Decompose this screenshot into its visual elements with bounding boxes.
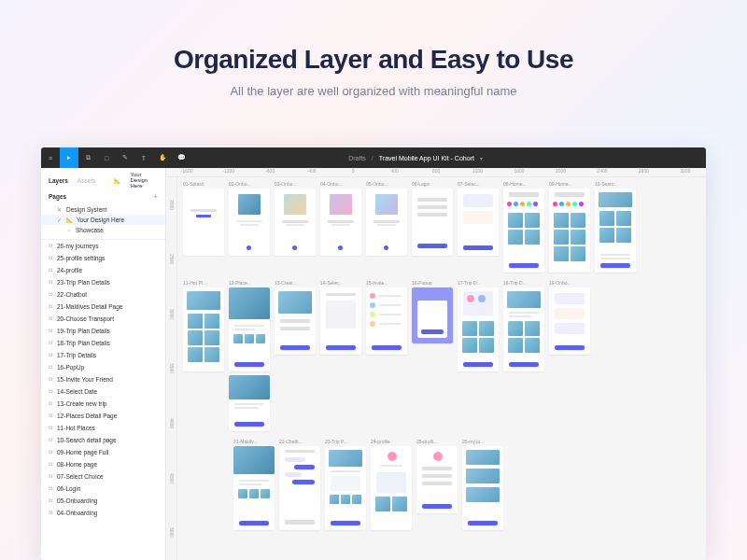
shape-tool-icon[interactable]: □ <box>97 147 116 168</box>
frame-icon: ⧉ <box>49 473 52 480</box>
frame-icon: ⧉ <box>49 267 52 273</box>
frame-icon: ⧉ <box>49 485 52 492</box>
layer-item[interactable]: ⧉16-PopUp <box>41 361 165 373</box>
hand-tool-icon[interactable]: ✋ <box>153 147 172 168</box>
artboard[interactable]: 15-Invite... <box>366 280 407 431</box>
tab-assets[interactable]: Assets <box>78 177 96 184</box>
move-tool-icon[interactable]: ▸ <box>60 147 78 168</box>
layer-item[interactable]: ⧉08-Home page <box>41 458 165 470</box>
layer-item[interactable]: ⧉20-Choose Transport <box>41 313 165 325</box>
artboard[interactable]: 24-profile <box>371 439 412 530</box>
layer-item[interactable]: ⧉23-Trip Plan Details <box>41 276 165 288</box>
layer-item[interactable]: ⧉18-Trip Plan Details <box>41 337 165 349</box>
comment-tool-icon[interactable]: 💬 <box>172 147 190 168</box>
artboard[interactable]: 11-Hot Pl... <box>183 280 224 431</box>
artboard[interactable]: 16-Popup <box>412 280 453 431</box>
layer-item[interactable]: ⧉25-profile settings <box>41 252 165 264</box>
drafts-label[interactable]: Drafts <box>348 155 366 161</box>
artboard-label: 11-Hot Pl... <box>183 280 206 286</box>
artboard[interactable]: 08-Home... <box>503 181 544 273</box>
text-tool-icon[interactable]: T <box>134 147 153 168</box>
add-page-icon[interactable]: + <box>153 192 158 201</box>
layer-item[interactable]: ⧉06-Login <box>41 483 165 495</box>
pen-tool-icon[interactable]: ✎ <box>116 147 134 168</box>
artboard[interactable]: 02-Onbo... <box>229 181 270 273</box>
layer-item[interactable]: ⧉15-Invite Your Friend <box>41 373 165 385</box>
artboard[interactable]: 07-Selec... <box>458 181 499 273</box>
frame-icon: ⧉ <box>49 437 52 443</box>
artboard-label: 22-Chatb... <box>279 439 303 444</box>
ruler-horizontal: -1600-1200-800-4000400800120016002000240… <box>166 168 706 177</box>
artboard[interactable]: 26-my jo... <box>462 439 503 530</box>
artboard[interactable]: 03-Onbo... <box>275 181 316 273</box>
artboard-label: 04-Onbo... <box>320 181 343 187</box>
your-design-label: Your Design Here <box>130 172 158 189</box>
artboard[interactable]: 17-Trip D... <box>458 280 499 431</box>
layer-item[interactable]: ⧉10-Search detail page <box>41 434 165 446</box>
artboard-label: 01-Splash <box>183 181 204 187</box>
menu-icon[interactable]: ≡ <box>41 147 60 168</box>
layer-item[interactable]: ⧉26-my journeys <box>41 240 165 252</box>
layer-item[interactable]: ⧉11-Hot Places <box>41 422 165 434</box>
artboard[interactable]: 21-Maldiv... <box>233 439 275 530</box>
artboard-label: 05-Onbo... <box>366 181 388 187</box>
hero-subtitle: All the layer are well organized with me… <box>19 84 728 98</box>
frame-tool-icon[interactable]: ⧉ <box>78 147 97 168</box>
frame-icon: ⧉ <box>49 243 52 249</box>
page-your-design-here[interactable]: ✓📐Your Design Here <box>41 215 165 225</box>
artboard[interactable]: 12-Place... <box>229 280 270 431</box>
frame-icon: ⧉ <box>49 255 52 261</box>
layer-item[interactable]: ⧉24-profile <box>41 264 165 276</box>
artboard-label: 19-Onbo... <box>549 280 571 286</box>
layer-item[interactable]: ⧉21-Maldives Detail Page <box>41 301 165 313</box>
layer-item[interactable]: ⧉19-Trip Plan Details <box>41 325 165 337</box>
artboard-label: 18-Trip D... <box>503 280 527 286</box>
artboard[interactable]: 25-profil... <box>416 439 458 530</box>
frame-icon: ⧉ <box>49 328 52 334</box>
artboard-label: 03-Onbo... <box>275 181 297 187</box>
frame-icon: ⧉ <box>49 425 52 431</box>
chevron-down-icon[interactable]: ▾ <box>480 155 483 161</box>
artboard[interactable]: 18-Trip D... <box>503 280 544 431</box>
frame-icon: ⧉ <box>49 315 52 322</box>
figma-editor: ≡ ▸ ⧉ □ ✎ T ✋ 💬 Drafts / Travel Mobile A… <box>41 147 706 560</box>
file-title[interactable]: Travel Mobile App UI Kit - Cohort <box>379 155 474 161</box>
pages-label: Pages <box>49 193 66 200</box>
artboard[interactable]: 01-Splash <box>183 181 224 273</box>
artboard[interactable]: 09-Home... <box>549 181 590 273</box>
frame-icon: ⧉ <box>49 352 52 358</box>
frame-icon: ⧉ <box>49 400 52 407</box>
tools-icon: ✕ <box>56 206 63 213</box>
frame-icon: ⧉ <box>49 449 52 455</box>
layer-item[interactable]: ⧉07-Select Choice <box>41 470 165 483</box>
artboard-label: 06-Login <box>412 181 430 187</box>
page-showcase[interactable]: ▫Showcase <box>41 225 165 235</box>
layer-item[interactable]: ⧉12-Places Detail Page <box>41 410 165 422</box>
artboard-label: 23-Trip P... <box>325 439 347 444</box>
artboard[interactable]: 05-Onbo... <box>366 181 407 273</box>
artboard-label: 24-profile <box>371 439 390 444</box>
layer-item[interactable]: ⧉09-Home page Full <box>41 446 165 458</box>
layer-item[interactable]: ⧉14-Select Date <box>41 385 165 398</box>
artboard[interactable]: 06-Login <box>412 181 453 273</box>
artboard[interactable]: 22-Chatb... <box>279 439 320 530</box>
layer-item[interactable]: ⧉13-Create new trip <box>41 398 165 410</box>
artboard[interactable]: 10-Searc... <box>595 181 636 273</box>
layer-item[interactable]: ⧉22-Chatbot <box>41 288 165 301</box>
tab-layers[interactable]: Layers <box>49 177 68 184</box>
artboard[interactable]: 14-Selec... <box>320 280 361 431</box>
frame-icon: ⧉ <box>49 510 52 516</box>
canvas[interactable]: -1600-1200-800-4000400800120016002000240… <box>166 168 706 560</box>
ruler-vertical: 2000250030003500400045005000 <box>166 177 177 560</box>
artboard-label: 10-Searc... <box>595 181 617 187</box>
layer-list: ⧉26-my journeys⧉25-profile settings⧉24-p… <box>41 240 165 560</box>
artboard[interactable]: 19-Onbo... <box>549 280 590 431</box>
artboard[interactable]: 04-Onbo... <box>320 181 361 273</box>
artboard-label: 15-Invite... <box>366 280 388 286</box>
layer-item[interactable]: ⧉04-Onboarding <box>41 507 165 519</box>
layer-item[interactable]: ⧉17-Trip Details <box>41 349 165 361</box>
artboard[interactable]: 13-Creat... <box>275 280 316 431</box>
page-design-system[interactable]: ✕Design System <box>41 204 165 215</box>
artboard[interactable]: 23-Trip P... <box>325 439 366 530</box>
layer-item[interactable]: ⧉05-Onboarding <box>41 495 165 507</box>
